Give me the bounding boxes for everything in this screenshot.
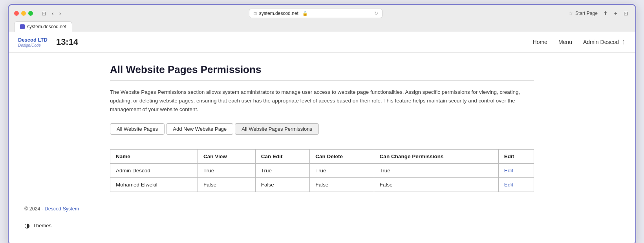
- sidebar-button[interactable]: ⊡: [622, 9, 630, 17]
- address-bar-container: ⊡ system.descod.net 🔒 ↻: [66, 9, 565, 18]
- row2-edit-cell: Edit: [498, 178, 534, 192]
- address-bar[interactable]: ⊡ system.descod.net 🔒 ↻: [249, 9, 382, 18]
- row2-edit-button[interactable]: Edit: [504, 182, 513, 188]
- logo-area: Descod LTD Design/Code 13:14: [18, 37, 78, 48]
- browser-chrome: ⊡ ‹ › ⊡ system.descod.net 🔒 ↻ ☆ Start Pa…: [9, 5, 635, 32]
- new-tab-button[interactable]: +: [613, 9, 619, 17]
- row1-edit-button[interactable]: Edit: [504, 168, 513, 174]
- browser-tab[interactable]: system.descod.net: [14, 21, 72, 32]
- tab-all-website-pages[interactable]: All Website Pages: [110, 123, 165, 135]
- row1-edit-cell: Edit: [498, 164, 534, 178]
- nav-user[interactable]: Admin Descod ⋮: [583, 39, 626, 45]
- row2-can-change-permissions: False: [374, 178, 498, 192]
- row2-can-edit: False: [255, 178, 310, 192]
- themes-label: Themes: [33, 223, 51, 228]
- forward-button[interactable]: ›: [58, 9, 63, 17]
- nav-links: Home Menu Admin Descod ⋮: [533, 39, 626, 45]
- top-nav: Descod LTD Design/Code 13:14 Home Menu A…: [9, 32, 635, 53]
- star-icon: ☆: [569, 11, 573, 16]
- tab-divider: [110, 142, 534, 142]
- back-button[interactable]: ‹: [50, 9, 55, 17]
- table-body: Admin Descod True True True True Edit Mo…: [110, 164, 534, 192]
- clock-display: 13:14: [56, 37, 78, 47]
- col-header-can-edit: Can Edit: [255, 150, 310, 164]
- nav-menu[interactable]: Menu: [558, 39, 572, 45]
- table-row: Admin Descod True True True True Edit: [110, 164, 534, 178]
- row2-can-delete: False: [310, 178, 374, 192]
- table-header: Name Can View Can Edit Can Delete Can Ch…: [110, 150, 534, 164]
- browser-controls: ⊡ ‹ ›: [40, 9, 62, 17]
- page-footer: © 2024 - Descod System: [9, 200, 635, 218]
- tab-add-new-website-page[interactable]: Add New Website Page: [166, 123, 233, 135]
- main-content: All Website Pages Permissions The Websit…: [94, 53, 550, 200]
- bookmark-label: Start Page: [575, 11, 598, 16]
- traffic-light-yellow[interactable]: [21, 11, 26, 16]
- row2-can-view: False: [198, 178, 255, 192]
- tab-bar: system.descod.net: [14, 21, 630, 32]
- themes-bar[interactable]: ◑ Themes: [9, 218, 635, 235]
- traffic-light-red[interactable]: [14, 11, 19, 16]
- lock-icon: ⊡: [253, 11, 257, 16]
- browser-action-buttons: ⬆ + ⊡: [602, 9, 630, 17]
- app-page: Descod LTD Design/Code 13:14 Home Menu A…: [9, 32, 635, 243]
- nav-admin-label: Admin Descod: [583, 39, 619, 45]
- tab-favicon: [20, 24, 25, 29]
- table-row: Mohamed Elwekil False False False False …: [110, 178, 534, 192]
- browser-window: ⊡ ‹ › ⊡ system.descod.net 🔒 ↻ ☆ Start Pa…: [8, 4, 636, 243]
- nav-user-chevron: ⋮: [620, 39, 626, 45]
- bookmark-area: ☆ Start Page: [569, 11, 598, 16]
- themes-icon: ◑: [24, 222, 30, 229]
- col-header-edit: Edit: [498, 150, 534, 164]
- page-description: The Website Pages Permissions section al…: [110, 88, 526, 114]
- footer-copyright: © 2024 -: [24, 206, 45, 212]
- url-text: system.descod.net: [259, 11, 298, 16]
- footer-link[interactable]: Descod System: [45, 206, 79, 212]
- reload-icon: ↻: [374, 11, 378, 16]
- logo-line2: Design/Code: [18, 43, 48, 48]
- col-header-can-delete: Can Delete: [310, 150, 374, 164]
- page-title: All Website Pages Permissions: [110, 64, 534, 76]
- row1-can-edit: True: [255, 164, 310, 178]
- title-divider: [110, 80, 534, 81]
- logo: Descod LTD Design/Code: [18, 37, 48, 48]
- tab-label: system.descod.net: [27, 24, 66, 29]
- tab-navigation: All Website Pages Add New Website Page A…: [110, 123, 534, 135]
- col-header-can-view: Can View: [198, 150, 255, 164]
- row1-can-delete: True: [310, 164, 374, 178]
- row1-can-change-permissions: True: [374, 164, 498, 178]
- lock-indicator: 🔒: [302, 11, 308, 16]
- traffic-light-green[interactable]: [28, 11, 33, 16]
- tab-all-website-pages-permissions[interactable]: All Website Pages Permissions: [235, 123, 319, 135]
- permissions-table: Name Can View Can Edit Can Delete Can Ch…: [110, 149, 534, 192]
- traffic-lights: [14, 11, 33, 16]
- nav-home[interactable]: Home: [533, 39, 547, 45]
- col-header-name: Name: [110, 150, 198, 164]
- row2-name: Mohamed Elwekil: [110, 178, 198, 192]
- logo-line1: Descod LTD: [18, 37, 48, 43]
- share-button[interactable]: ⬆: [602, 9, 609, 17]
- row1-name: Admin Descod: [110, 164, 198, 178]
- row1-can-view: True: [198, 164, 255, 178]
- sidebar-toggle-button[interactable]: ⊡: [40, 9, 48, 17]
- col-header-can-change-permissions: Can Change Permissions: [374, 150, 498, 164]
